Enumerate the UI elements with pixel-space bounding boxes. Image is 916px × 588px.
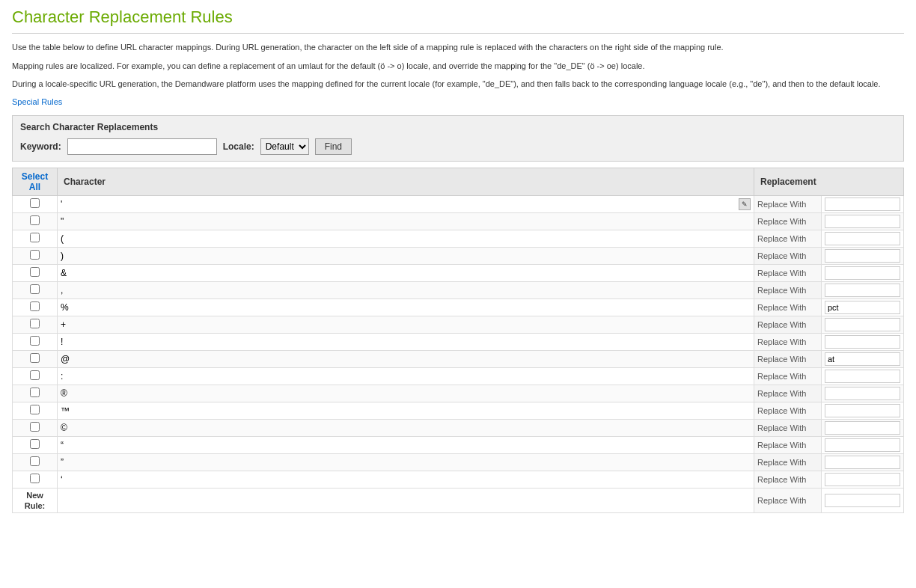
- replacement-input[interactable]: [825, 215, 900, 228]
- select-all-link[interactable]: Select All: [22, 171, 48, 192]
- replace-input-cell: [822, 436, 904, 453]
- row-char-input[interactable]: [61, 474, 730, 485]
- row-checkbox-cell: [13, 385, 58, 402]
- row-char-cell: [58, 471, 754, 488]
- replacement-input[interactable]: [825, 318, 900, 331]
- row-checkbox[interactable]: [30, 250, 40, 260]
- replace-input-cell: [822, 298, 904, 316]
- replacement-input[interactable]: [825, 370, 900, 383]
- row-checkbox-cell: [13, 281, 58, 298]
- row-checkbox[interactable]: [30, 370, 40, 380]
- replace-input-cell: [822, 453, 904, 471]
- replace-with-label: Replace With: [754, 333, 822, 350]
- replacement-input[interactable]: [825, 197, 900, 211]
- row-checkbox[interactable]: [30, 474, 40, 483]
- row-checkbox-cell: [13, 247, 58, 264]
- row-char-cell: [58, 281, 754, 298]
- replace-with-label: Replace With: [754, 367, 822, 385]
- replacement-input[interactable]: [825, 284, 900, 297]
- row-checkbox[interactable]: [30, 405, 40, 414]
- row-checkbox[interactable]: [30, 388, 40, 397]
- row-checkbox[interactable]: [30, 267, 40, 277]
- replacement-input[interactable]: [825, 249, 900, 263]
- table-row: Replace With: [13, 316, 904, 333]
- replace-input-cell: [822, 350, 904, 367]
- row-char-input[interactable]: [61, 337, 730, 347]
- row-checkbox-cell: [13, 316, 58, 333]
- replace-input-cell: [822, 212, 904, 230]
- row-char-input[interactable]: [61, 440, 730, 450]
- replacement-input[interactable]: [825, 301, 900, 314]
- row-checkbox[interactable]: [30, 319, 40, 328]
- table-row: Replace With: [13, 264, 904, 281]
- row-checkbox-cell: [13, 230, 58, 247]
- row-checkbox[interactable]: [30, 284, 40, 294]
- row-checkbox[interactable]: [30, 353, 40, 363]
- edit-icon[interactable]: ✎: [739, 198, 751, 210]
- col-select-all: Select All: [13, 168, 58, 195]
- replacement-input[interactable]: [825, 335, 900, 349]
- row-char-input[interactable]: [61, 354, 730, 364]
- replace-input-cell: [822, 471, 904, 488]
- row-checkbox-cell: [13, 264, 58, 281]
- page-title: Character Replacement Rules: [12, 7, 904, 34]
- row-checkbox-cell: [13, 419, 58, 436]
- search-row: Keyword: Locale: Default de de_DE fr en …: [20, 138, 896, 155]
- row-char-cell: [58, 247, 754, 264]
- row-char-input[interactable]: [61, 371, 730, 382]
- special-rules-link[interactable]: Special Rules: [12, 97, 62, 106]
- table-row: Replace With: [13, 385, 904, 402]
- row-checkbox[interactable]: [30, 198, 40, 208]
- row-checkbox[interactable]: [30, 215, 40, 225]
- row-checkbox-cell: [13, 402, 58, 419]
- row-char-input[interactable]: [61, 423, 730, 433]
- row-char-input[interactable]: [61, 388, 730, 399]
- new-rule-label-cell: New Rule:: [13, 488, 58, 512]
- search-section: Search Character Replacements Keyword: L…: [12, 115, 904, 162]
- row-checkbox[interactable]: [30, 336, 40, 346]
- table-row: Replace With: [13, 419, 904, 436]
- row-checkbox[interactable]: [30, 233, 40, 242]
- row-checkbox[interactable]: [30, 301, 40, 311]
- row-checkbox[interactable]: [30, 439, 40, 449]
- row-checkbox[interactable]: [30, 456, 40, 466]
- find-button[interactable]: Find: [315, 138, 352, 155]
- row-char-input[interactable]: [61, 319, 730, 330]
- new-rule-replace-input-cell: [822, 488, 904, 512]
- replacement-input[interactable]: [825, 266, 900, 280]
- replace-input-cell: [822, 402, 904, 419]
- new-rule-char-cell: [58, 488, 754, 512]
- replace-with-label: Replace With: [754, 350, 822, 367]
- keyword-label: Keyword:: [20, 141, 61, 152]
- new-rule-char-input[interactable]: [61, 495, 751, 506]
- replacement-input[interactable]: [825, 421, 900, 435]
- row-char-input[interactable]: [61, 457, 730, 468]
- locale-select[interactable]: Default de de_DE fr en: [260, 138, 309, 155]
- new-rule-label: New Rule:: [25, 491, 46, 510]
- row-checkbox[interactable]: [30, 422, 40, 432]
- replacement-input[interactable]: [825, 456, 900, 469]
- row-char-input[interactable]: [61, 285, 730, 295]
- row-checkbox-cell: [13, 436, 58, 453]
- replacement-input[interactable]: [825, 438, 900, 452]
- replacement-input[interactable]: [825, 387, 900, 400]
- row-char-cell: [58, 350, 754, 367]
- replace-input-cell: [822, 230, 904, 247]
- row-char-cell: [58, 419, 754, 436]
- replace-with-label: Replace With: [754, 195, 822, 212]
- row-char-input[interactable]: [61, 251, 730, 261]
- row-char-cell: [58, 316, 754, 333]
- row-char-input[interactable]: [61, 216, 730, 227]
- row-char-input[interactable]: [61, 199, 730, 209]
- row-char-input[interactable]: [61, 268, 730, 278]
- new-rule-replace-input[interactable]: [825, 494, 900, 507]
- replacement-input[interactable]: [825, 473, 900, 486]
- keyword-input[interactable]: [67, 138, 217, 155]
- row-char-input[interactable]: [61, 302, 730, 313]
- row-char-input[interactable]: [61, 233, 730, 244]
- replacement-input[interactable]: [825, 404, 900, 417]
- row-char-cell: [58, 436, 754, 453]
- replacement-input[interactable]: [825, 232, 900, 245]
- replacement-input[interactable]: [825, 352, 900, 366]
- row-char-input[interactable]: [61, 405, 730, 416]
